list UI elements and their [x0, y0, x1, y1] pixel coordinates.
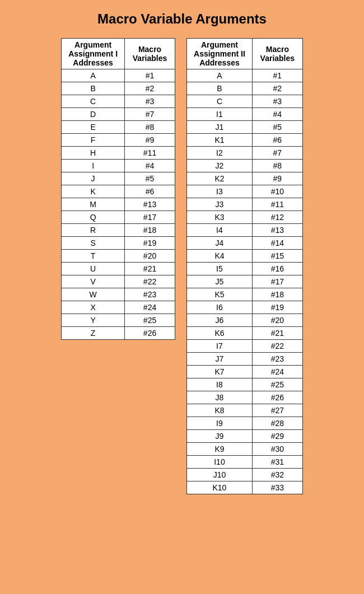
table-row: K1#6: [187, 134, 303, 147]
table-row: J7#23: [187, 353, 303, 366]
table-row: A#1: [187, 69, 303, 82]
table-row: K10#33: [187, 481, 303, 494]
table-row: U#21: [62, 263, 175, 275]
table-row: S#19: [62, 237, 175, 250]
table2-section: Argument Assignment II Addresses Macro V…: [186, 38, 303, 494]
table-row: X#24: [62, 301, 175, 314]
table-row: K3#12: [187, 211, 303, 224]
table2-col2-header: Macro Variables: [252, 39, 302, 69]
table-row: I1#4: [187, 108, 303, 121]
table-row: W#23: [62, 288, 175, 301]
table-row: I5#16: [187, 263, 303, 275]
table1: Argument Assignment I Addresses Macro Va…: [61, 38, 175, 340]
table-row: D#7: [62, 108, 175, 121]
table-row: C#3: [62, 95, 175, 108]
table-row: J5#17: [187, 275, 303, 288]
table1-col2-header: Macro Variables: [125, 39, 175, 69]
table-row: K7#24: [187, 366, 303, 378]
table-row: J3#11: [187, 198, 303, 211]
table1-section: Argument Assignment I Addresses Macro Va…: [61, 38, 175, 340]
table-row: C#3: [187, 95, 303, 108]
table-row: I7#22: [187, 340, 303, 353]
table-row: I10#31: [187, 456, 303, 469]
table-row: M#13: [62, 198, 175, 211]
table-row: K6#21: [187, 327, 303, 340]
table-row: H#11: [62, 147, 175, 160]
table-row: J10#32: [187, 469, 303, 481]
page-title: Macro Variable Arguments: [11, 11, 353, 27]
table-row: I4#13: [187, 224, 303, 237]
table-row: J2#8: [187, 160, 303, 172]
table-row: I9#28: [187, 417, 303, 430]
table2: Argument Assignment II Addresses Macro V…: [186, 38, 303, 494]
table-row: K8#27: [187, 404, 303, 417]
table-row: J9#29: [187, 430, 303, 443]
table-row: J8#26: [187, 391, 303, 404]
table-row: R#18: [62, 224, 175, 237]
table-row: B#2: [62, 82, 175, 95]
table-row: Z#26: [62, 327, 175, 340]
table-row: I3#10: [187, 185, 303, 198]
table-row: K5#18: [187, 288, 303, 301]
table-row: K#6: [62, 185, 175, 198]
table-row: J4#14: [187, 237, 303, 250]
table1-col1-header: Argument Assignment I Addresses: [62, 39, 125, 69]
table-row: A#1: [62, 69, 175, 82]
table2-col1-header: Argument Assignment II Addresses: [187, 39, 253, 69]
tables-container: Argument Assignment I Addresses Macro Va…: [11, 38, 353, 494]
table-row: E#8: [62, 121, 175, 134]
table-row: J#5: [62, 172, 175, 185]
table-row: Q#17: [62, 211, 175, 224]
table-row: K9#30: [187, 443, 303, 456]
table-row: B#2: [187, 82, 303, 95]
table-row: V#22: [62, 275, 175, 288]
table-row: K2#9: [187, 172, 303, 185]
table-row: F#9: [62, 134, 175, 147]
table-row: T#20: [62, 250, 175, 263]
table-row: Y#25: [62, 314, 175, 327]
table-row: J1#5: [187, 121, 303, 134]
table-row: I8#25: [187, 378, 303, 391]
table-row: I#4: [62, 160, 175, 172]
table-row: I2#7: [187, 147, 303, 160]
table-row: I6#19: [187, 301, 303, 314]
table-row: J6#20: [187, 314, 303, 327]
table-row: K4#15: [187, 250, 303, 263]
